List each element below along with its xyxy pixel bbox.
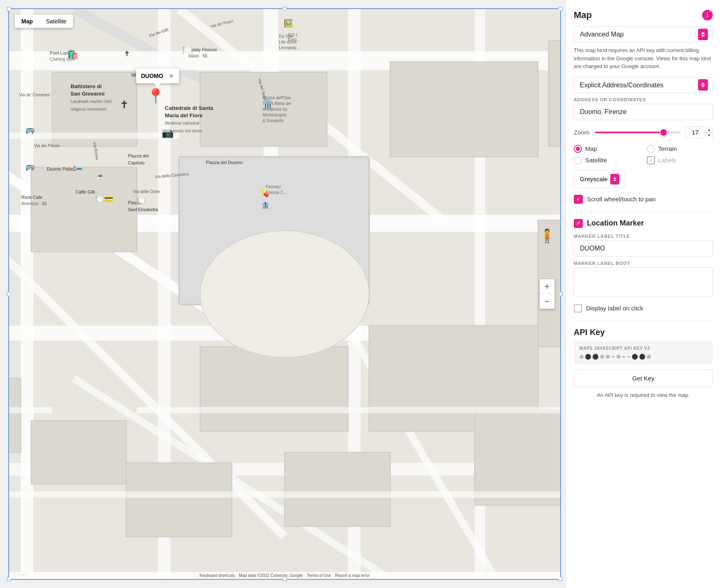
svg-rect-28 [126, 463, 232, 537]
zoom-value-wrapper: ▲ ▼ [686, 127, 713, 138]
map-zoom-controls: + − [540, 279, 554, 309]
map-radio-row[interactable]: Map [574, 145, 640, 153]
api-key-box: MAPS JAVASCRIPT API KEY V3 [574, 341, 713, 365]
dining-pin-2: 🍽️ [137, 197, 146, 204]
api-dot-3 [593, 354, 598, 360]
satellite-radio-row[interactable]: Satellite [574, 156, 640, 164]
api-dot-8 [639, 354, 645, 360]
dining-pin: 🍽️ [95, 196, 104, 203]
scroll-row: ✓ Scroll wheel/touch to pan [574, 195, 713, 204]
map-description: This map kind requires an API key with c… [574, 46, 713, 71]
get-key-button[interactable]: Get Key [574, 369, 713, 387]
info-window-close[interactable]: ✕ [169, 73, 173, 79]
pegman[interactable]: 🧍 [540, 226, 554, 246]
satellite-button[interactable]: Satellite [39, 15, 73, 28]
satellite-radio[interactable] [574, 156, 582, 164]
map-button[interactable]: Map [15, 15, 39, 28]
address-input[interactable] [574, 104, 713, 120]
red-marker: 📍 [146, 89, 165, 104]
display-label-row: Display label on click [574, 304, 713, 312]
eataly-pin: 🍽️ [182, 46, 193, 55]
svg-rect-22 [549, 41, 560, 146]
map-area: Map Satellite Via dei Biffi Via de' Pucc… [8, 8, 561, 580]
api-key-label: MAPS JAVASCRIPT API KEY V3 [580, 346, 707, 351]
zoom-label: Zoom [574, 129, 590, 136]
info-window: DUOMO ✕ [136, 68, 179, 83]
zoom-slider[interactable] [595, 128, 681, 137]
foot-locker-pin: 🛍️ [67, 50, 78, 59]
portrait-pin: 🖼️ [284, 20, 293, 27]
zoom-in-button[interactable]: + [540, 279, 554, 294]
zoom-thumb[interactable] [659, 128, 668, 137]
map-footer: Keyboard shortcuts Map data ©2022 Cyberc… [9, 572, 560, 579]
display-label-checkbox[interactable] [574, 304, 582, 312]
svg-rect-21 [390, 62, 538, 157]
marker-title-input[interactable] [574, 240, 713, 257]
zoom-value-input[interactable] [686, 127, 705, 138]
location-marker-title: Location Marker [587, 219, 644, 228]
greyscale-arrow-down-icon [613, 180, 616, 181]
svg-rect-24 [200, 347, 348, 431]
svg-rect-27 [31, 421, 126, 484]
keyboard-shortcuts[interactable]: Keyboard shortcuts [199, 573, 235, 578]
api-key-dots [580, 354, 707, 360]
location-marker-checkbox[interactable]: ✓ [574, 219, 583, 228]
address-type-select[interactable]: Explicit Address/Coordinates [574, 77, 713, 93]
greyscale-row: Greyscale [574, 170, 713, 188]
bank-pin: 🏦 [261, 202, 270, 209]
marker-body-label: MARKER LABEL BODY [574, 261, 713, 266]
info-icon[interactable]: i [702, 10, 713, 21]
terrain-radio[interactable] [647, 145, 655, 153]
baptistery-pin: ✝ [120, 99, 129, 110]
zoom-stepper: ▲ ▼ [705, 127, 713, 138]
display-label-text: Display label on click [586, 305, 643, 312]
report-link[interactable]: Report a map error [335, 573, 370, 578]
scroll-label: Scroll wheel/touch to pan [587, 196, 656, 203]
svg-rect-31 [285, 452, 390, 526]
camera-pin: 📷 [162, 128, 174, 138]
divider-2 [574, 321, 713, 321]
labels-checkbox[interactable]: ✓ [647, 156, 655, 164]
marker-body-textarea[interactable] [574, 267, 713, 297]
svg-rect-18 [31, 167, 137, 252]
map-type-buttons[interactable]: Map Satellite [15, 15, 73, 28]
settings-panel: Map i Advanced Map This map kind require… [565, 0, 721, 588]
labels-checkbox-row[interactable]: ✓ Labels [647, 156, 713, 164]
map-data-attr: Map data ©2022 Cybercity, Google [239, 573, 303, 578]
zoom-increment-btn[interactable]: ▲ [705, 127, 713, 132]
api-dot-9 [647, 355, 651, 359]
api-dot-1 [580, 355, 584, 359]
map-container: Map Satellite Via dei Biffi Via de' Pucc… [9, 9, 560, 579]
address-label: ADDRESS OR COORDINATES [574, 97, 713, 102]
map-radio[interactable] [574, 145, 582, 153]
map-section-title: Map [574, 10, 592, 21]
map-radio-label: Map [585, 145, 597, 152]
api-dot-5 [606, 355, 610, 359]
zoom-decrement-btn[interactable]: ▼ [705, 132, 713, 138]
api-dash-2 [622, 356, 625, 357]
terrain-radio-row[interactable]: Terrain [647, 145, 713, 153]
address-type-wrapper: Explicit Address/Coordinates [574, 77, 713, 93]
transit-pin: 🚌 [25, 126, 34, 133]
map-kind-select[interactable]: Advanced Map [574, 26, 713, 42]
terms-link[interactable]: Terms of Use [307, 573, 331, 578]
panel-title: Map i [574, 10, 713, 21]
divider-1 [574, 212, 713, 212]
info-window-title: DUOMO [141, 73, 163, 79]
svg-point-32 [200, 231, 369, 358]
scroll-checkbox[interactable]: ✓ [574, 195, 583, 204]
church-pin: ✝ [124, 50, 130, 57]
map-kind-wrapper: Advanced Map [574, 26, 713, 42]
greyscale-arrows [610, 174, 619, 185]
zoom-out-button[interactable]: − [540, 294, 554, 309]
svg-rect-29 [475, 410, 560, 505]
api-dot-4 [600, 355, 604, 359]
location-marker-header: ✓ Location Marker [574, 219, 713, 228]
hotel-pin: 🛏️ [73, 163, 82, 170]
api-dash-3 [627, 356, 630, 357]
map-options-grid: Map Terrain Satellite ✓ Labels [574, 145, 713, 164]
greyscale-select-btn[interactable]: Greyscale [574, 170, 625, 188]
labels-checkbox-label: Labels [658, 157, 676, 164]
pharmacy-pin: 💊 [260, 189, 269, 197]
api-dot-7 [632, 354, 638, 360]
